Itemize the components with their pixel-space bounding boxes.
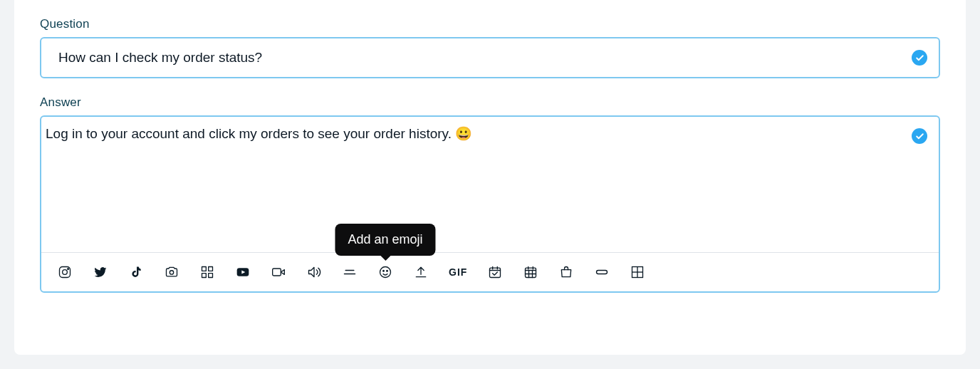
question-input[interactable]: How can I check my order status? — [40, 37, 940, 78]
svg-rect-18 — [490, 268, 501, 277]
svg-rect-22 — [526, 268, 536, 277]
video-icon[interactable] — [271, 264, 286, 280]
question-valid-icon — [912, 50, 927, 66]
youtube-icon[interactable] — [235, 264, 251, 280]
pill-icon[interactable] — [594, 264, 610, 280]
question-value: How can I check my order status? — [58, 50, 262, 65]
table-icon[interactable] — [630, 264, 645, 280]
tiktok-icon[interactable] — [128, 264, 144, 280]
answer-valid-icon — [912, 128, 927, 144]
svg-marker-11 — [281, 270, 284, 275]
grid-icon[interactable] — [199, 264, 215, 280]
editor-toolbar: Add an emoji GIF — [41, 252, 939, 291]
shopping-icon[interactable] — [558, 264, 574, 280]
card: Question How can I check my order status… — [14, 0, 966, 355]
twitter-icon[interactable] — [93, 264, 108, 280]
svg-point-3 — [170, 271, 173, 274]
svg-rect-7 — [209, 274, 213, 278]
svg-rect-5 — [209, 267, 213, 271]
svg-point-16 — [383, 271, 385, 272]
page: Question How can I check my order status… — [0, 0, 980, 369]
gif-icon[interactable]: GIF — [449, 264, 467, 280]
svg-rect-6 — [202, 274, 207, 278]
emoji-icon[interactable]: Add an emoji — [377, 264, 393, 280]
svg-rect-10 — [273, 269, 281, 276]
answer-editor: Log in to your account and click my orde… — [40, 115, 940, 293]
svg-rect-29 — [597, 271, 608, 274]
calendar-icon[interactable] — [523, 264, 538, 280]
answer-section: Answer Log in to your account and click … — [40, 95, 940, 293]
svg-point-15 — [380, 267, 391, 278]
instagram-icon[interactable] — [57, 264, 73, 280]
svg-point-17 — [387, 271, 388, 272]
svg-point-1 — [63, 270, 68, 275]
question-label: Question — [40, 17, 940, 31]
answer-input[interactable]: Log in to your account and click my orde… — [41, 117, 939, 252]
upload-icon[interactable] — [413, 264, 429, 280]
answer-value: Log in to your account and click my orde… — [46, 126, 472, 141]
audio-icon[interactable] — [306, 264, 322, 280]
svg-marker-12 — [309, 267, 315, 276]
answer-label: Answer — [40, 95, 940, 110]
svg-point-2 — [68, 269, 69, 270]
svg-rect-4 — [202, 267, 207, 271]
date-icon[interactable] — [487, 264, 503, 280]
divider-icon[interactable] — [342, 264, 358, 280]
gif-label: GIF — [449, 266, 467, 278]
camera-icon[interactable] — [164, 264, 179, 280]
